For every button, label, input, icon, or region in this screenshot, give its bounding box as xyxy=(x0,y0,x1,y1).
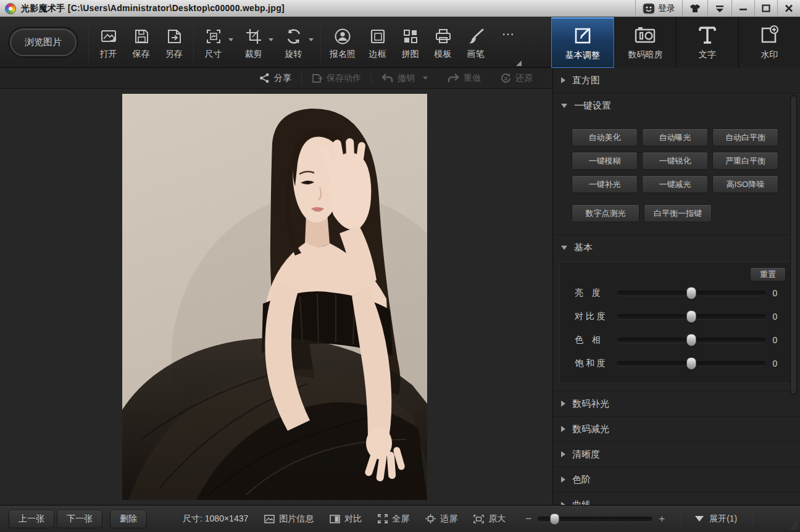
crop-icon xyxy=(245,27,262,46)
save-as-button[interactable]: 另存 xyxy=(157,25,190,67)
window-controls: 登录 xyxy=(635,0,800,17)
saturation-value: 0 xyxy=(773,359,786,368)
save-button[interactable]: 保存 xyxy=(125,25,157,67)
tab-basic-adjust[interactable]: 基本调整 xyxy=(551,17,614,68)
one-key-sharpen-button[interactable]: 一键锐化 xyxy=(642,152,708,170)
resize-button[interactable]: 尺寸 xyxy=(197,25,230,67)
tab-digital-darkroom[interactable]: 数码暗房 xyxy=(614,17,677,68)
collage-label: 拼图 xyxy=(402,49,419,60)
chevron-right-icon xyxy=(561,451,565,457)
fullscreen-button[interactable]: 全屏 xyxy=(378,513,409,525)
portrait-photo xyxy=(122,94,427,500)
minimize-button[interactable] xyxy=(731,0,754,17)
one-key-header[interactable]: 一键设置 xyxy=(553,93,800,118)
section-curves[interactable]: 曲线 xyxy=(553,493,800,505)
auto-exposure-button[interactable]: 自动曝光 xyxy=(642,128,708,146)
slider-thumb[interactable] xyxy=(686,310,696,323)
resize-grip[interactable] xyxy=(789,521,798,530)
tab-watermark[interactable]: 水印 xyxy=(738,17,800,68)
expand-button[interactable]: 展开(1) xyxy=(695,513,737,525)
saturation-slider[interactable] xyxy=(617,361,765,366)
login-button[interactable]: 登录 xyxy=(635,0,682,17)
one-key-grid: 自动美化 自动曝光 自动白平衡 一键模糊 一键锐化 严重白平衡 一键补光 一键减… xyxy=(572,128,800,193)
more-dots-label: ⋯ xyxy=(502,25,515,43)
panel-scrollbar[interactable] xyxy=(790,95,797,395)
status-bar: 上一张 下一张 删除 尺寸: 1080×1437 图片信息 对比 全屏 xyxy=(0,505,800,532)
chevron-down-icon[interactable] xyxy=(269,38,273,41)
redo-button[interactable]: 重做 xyxy=(438,73,491,84)
fit-screen-button[interactable]: 适屏 xyxy=(425,513,457,525)
slider-thumb[interactable] xyxy=(686,357,696,370)
chevron-down-icon[interactable] xyxy=(309,38,314,41)
content-area: 分享 保存动作 撤销 xyxy=(0,68,800,505)
contrast-row: 对 比 度 0 xyxy=(567,305,786,328)
right-tab-strip: 基本调整 数码暗房 文字 xyxy=(551,17,800,68)
severe-white-balance-button[interactable]: 严重白平衡 xyxy=(712,152,778,170)
undo-button[interactable]: 撤销 xyxy=(372,73,438,84)
share-button[interactable]: 分享 xyxy=(249,73,301,84)
close-button[interactable] xyxy=(777,0,800,17)
frame-label: 边框 xyxy=(369,49,386,60)
basic-header[interactable]: 基本 xyxy=(553,235,800,260)
brush-icon xyxy=(467,27,485,46)
zoom-out-button[interactable]: − xyxy=(525,513,531,525)
chevron-down-icon[interactable] xyxy=(228,38,233,41)
skin-button[interactable] xyxy=(682,0,707,17)
restore-button[interactable]: 还原 xyxy=(491,73,543,84)
section-title: 数码减光 xyxy=(572,423,609,435)
redo-label: 重做 xyxy=(464,73,481,84)
template-button[interactable]: 模板 xyxy=(427,25,459,67)
white-balance-one-key-button[interactable]: 白平衡一指键 xyxy=(644,204,712,222)
prev-image-button[interactable]: 上一张 xyxy=(9,510,54,528)
scrollbar-thumb[interactable] xyxy=(791,96,796,394)
zoom-slider-thumb[interactable] xyxy=(550,513,559,525)
frame-button[interactable]: 边框 xyxy=(361,25,394,67)
one-key-blur-button[interactable]: 一键模糊 xyxy=(572,152,638,170)
collage-icon xyxy=(402,27,419,46)
id-photo-button[interactable]: 报名照 xyxy=(324,25,361,67)
one-key-fill-light-button[interactable]: 一键补光 xyxy=(572,175,638,193)
image-info-button[interactable]: 图片信息 xyxy=(264,513,314,525)
save-as-label: 另存 xyxy=(165,49,183,60)
crop-button[interactable]: 裁剪 xyxy=(237,25,270,67)
zoom-slider[interactable] xyxy=(538,517,652,522)
slider-thumb[interactable] xyxy=(686,334,696,346)
reset-button[interactable]: 重置 xyxy=(750,267,786,281)
section-histogram[interactable]: 直方图 xyxy=(553,68,800,93)
collapse-window-button[interactable] xyxy=(707,0,731,17)
chevron-down-icon xyxy=(695,516,704,522)
expand-corner-icon[interactable] xyxy=(516,60,522,66)
high-iso-denoise-button[interactable]: 高ISO降噪 xyxy=(712,175,778,193)
actual-size-button[interactable]: 原大 xyxy=(473,513,506,525)
fit-screen-label: 适屏 xyxy=(440,513,457,525)
browse-images-button[interactable]: 浏览图片 xyxy=(10,28,77,56)
collage-button[interactable]: 拼图 xyxy=(394,25,427,67)
brightness-slider[interactable] xyxy=(617,291,765,296)
photo-canvas[interactable] xyxy=(122,94,427,500)
delete-button[interactable]: 删除 xyxy=(110,510,147,528)
next-image-button[interactable]: 下一张 xyxy=(57,510,102,528)
zoom-in-button[interactable]: + xyxy=(659,513,665,525)
save-action-button[interactable]: 保存动作 xyxy=(302,73,371,84)
section-digital-reduce-light[interactable]: 数码减光 xyxy=(553,417,800,442)
rotate-button[interactable]: 旋转 xyxy=(277,25,310,67)
section-digital-fill-light[interactable]: 数码补光 xyxy=(553,391,800,417)
open-button[interactable]: 打开 xyxy=(92,25,125,67)
brush-button[interactable]: 画笔 xyxy=(459,25,492,67)
auto-white-balance-button[interactable]: 自动白平衡 xyxy=(712,128,778,146)
brush-label: 画笔 xyxy=(467,49,485,60)
tab-text[interactable]: 文字 xyxy=(676,17,738,68)
maximize-button[interactable] xyxy=(754,0,777,17)
one-key-reduce-light-button[interactable]: 一键减光 xyxy=(642,175,708,193)
auto-beautify-button[interactable]: 自动美化 xyxy=(572,128,638,146)
section-clarity[interactable]: 清晰度 xyxy=(553,442,800,467)
spot-metering-button[interactable]: 数字点测光 xyxy=(572,204,640,222)
watermark-icon xyxy=(759,25,780,46)
image-info-icon xyxy=(264,515,275,523)
hue-slider[interactable] xyxy=(617,338,765,343)
chevron-down-icon[interactable] xyxy=(423,77,428,80)
slider-thumb[interactable] xyxy=(686,287,696,299)
compare-button[interactable]: 对比 xyxy=(330,513,362,525)
section-levels[interactable]: 色阶 xyxy=(553,467,800,493)
contrast-slider[interactable] xyxy=(617,314,765,319)
